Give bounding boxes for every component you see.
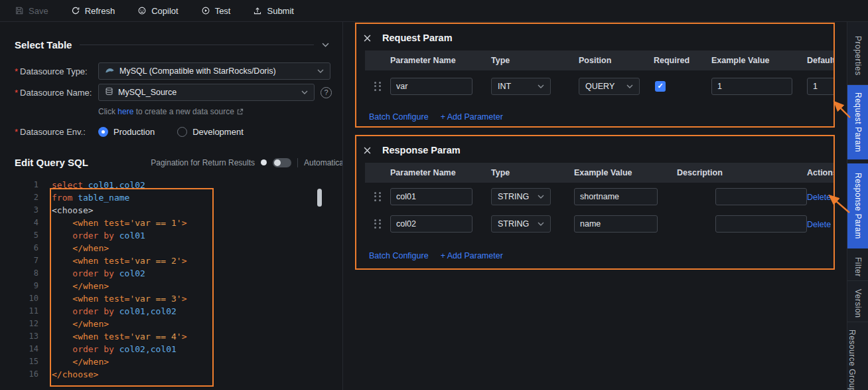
tab-properties[interactable]: Properties [847, 27, 868, 85]
sql-editor[interactable]: 1select col01,col022from table_name3<cho… [0, 179, 342, 381]
create-datasource-helper: Click here to create a new data source [98, 107, 342, 116]
add-parameter-link[interactable]: + Add Parameter [441, 112, 503, 122]
response-table-header: Parameter Name Type Example Value Descri… [365, 163, 833, 183]
response-param-table: Parameter Name Type Example Value Descri… [365, 163, 833, 237]
datasource-env-label: *Datasource Env.: [15, 127, 98, 137]
tab-request-param[interactable]: Request Param [847, 85, 868, 159]
required-marker: * [15, 127, 18, 137]
col-required: Required [654, 56, 711, 65]
code-line: 3<choose> [0, 204, 342, 217]
param-type-select[interactable]: STRING [491, 215, 551, 233]
col-example-value: Example Value [711, 56, 807, 65]
param-position-select[interactable]: QUERY [579, 78, 640, 95]
tab-resource-group[interactable]: Resource Group [847, 326, 868, 390]
submit-button[interactable]: Submit [253, 6, 293, 16]
chevron-down-icon [538, 222, 544, 226]
required-checkbox[interactable] [655, 81, 666, 92]
radio-development[interactable]: Development [177, 127, 244, 137]
default-value-input[interactable] [807, 78, 833, 95]
code-line: 16</choose> [0, 368, 342, 381]
response-param-row: STRING Delete [365, 210, 833, 237]
delete-link[interactable]: Delete [807, 193, 831, 202]
datasource-name-value: MySQL_Source [118, 88, 177, 97]
tab-version[interactable]: Version [847, 285, 868, 322]
save-button[interactable]: Save [15, 6, 48, 16]
batch-configure-link[interactable]: Batch Configure [369, 112, 429, 122]
right-tab-bar: Properties Request Param Response Param … [847, 22, 868, 390]
radio-development-label: Development [192, 127, 244, 137]
param-type-select[interactable]: INT [491, 78, 551, 95]
chevron-down-icon[interactable] [322, 43, 329, 47]
copilot-button[interactable]: Copilot [137, 6, 178, 16]
pagination-toggle[interactable] [273, 158, 291, 167]
select-table-header[interactable]: Select Table [15, 39, 329, 50]
datasource-type-label: *Datasource Type: [15, 66, 98, 76]
datasource-type-select[interactable]: MySQL (Compatible with StarRocks/Doris) [98, 62, 330, 80]
radio-production[interactable]: Production [98, 127, 155, 137]
request-param-row: INT QUERY [365, 70, 833, 102]
code-line: 10 <when test='var == 3'> [0, 292, 342, 305]
refresh-label: Refresh [85, 6, 115, 16]
test-icon [201, 6, 210, 15]
code-line: 5 order by col01 [0, 229, 342, 242]
code-line: 4 <when test='var == 1'> [0, 217, 342, 229]
example-value-input[interactable] [574, 188, 658, 205]
datasource-type-value: MySQL (Compatible with StarRocks/Doris) [119, 66, 276, 76]
help-icon[interactable]: ? [321, 87, 332, 98]
editor-scrollbar[interactable] [317, 189, 322, 207]
col-type: Type [491, 56, 579, 65]
chevron-down-icon [317, 69, 324, 73]
param-type-select[interactable]: STRING [491, 188, 551, 205]
add-parameter-link[interactable]: + Add Parameter [441, 251, 503, 260]
automatically-label: Automatically [304, 158, 342, 167]
delete-link[interactable]: Delete [807, 220, 831, 229]
col-parameter-name: Parameter Name [390, 168, 491, 177]
required-marker: * [15, 66, 18, 76]
request-param-actions: Batch Configure + Add Parameter [369, 112, 833, 122]
example-value-input[interactable] [711, 78, 792, 95]
pagination-indicator-dot [261, 159, 267, 165]
radio-unselected-icon [177, 127, 187, 137]
divider [297, 158, 298, 167]
param-name-input[interactable] [390, 215, 472, 233]
refresh-icon [71, 6, 80, 15]
right-panel: Request Param Parameter Name Type Positi… [343, 22, 847, 390]
col-type: Type [491, 168, 574, 177]
request-param-title: Request Param [382, 33, 453, 43]
col-example-value: Example Value [574, 168, 677, 177]
response-param-title: Response Param [382, 145, 461, 155]
tab-filter[interactable]: Filter [847, 253, 868, 281]
request-param-table: Parameter Name Type Position Required Ex… [365, 50, 833, 102]
description-input[interactable] [715, 215, 807, 233]
batch-configure-link[interactable]: Batch Configure [369, 251, 429, 260]
param-name-input[interactable] [390, 78, 472, 95]
code-line: 12 </when> [0, 318, 342, 330]
description-input[interactable] [715, 188, 807, 205]
drag-handle-icon[interactable] [374, 82, 381, 91]
datasource-name-row: *Datasource Name: MySQL_Source ? [15, 84, 342, 101]
create-datasource-link[interactable]: here [117, 107, 133, 116]
pagination-controls: Pagination for Return Results Automatica… [151, 158, 342, 167]
close-icon[interactable] [364, 35, 371, 42]
param-name-input[interactable] [390, 188, 472, 205]
response-param-header: Response Param [356, 136, 833, 163]
toolbar: Save Refresh Copilot Test Submit [0, 0, 868, 22]
refresh-button[interactable]: Refresh [71, 6, 115, 16]
drag-handle-icon[interactable] [374, 219, 381, 229]
request-param-header: Request Param [356, 24, 833, 50]
request-param-section: Request Param Parameter Name Type Positi… [355, 23, 835, 128]
col-position: Position [579, 56, 654, 65]
database-icon [105, 87, 113, 98]
test-button[interactable]: Test [201, 6, 231, 16]
code-line: 6 </when> [0, 242, 342, 254]
close-icon[interactable] [364, 147, 371, 154]
example-value-input[interactable] [574, 215, 658, 233]
copilot-icon [137, 6, 147, 15]
datasource-name-select[interactable]: MySQL_Source [98, 84, 315, 101]
drag-handle-icon[interactable] [374, 192, 381, 201]
copilot-label: Copilot [151, 6, 178, 16]
col-actions: Actions [807, 168, 833, 177]
required-marker: * [15, 88, 18, 98]
pagination-label: Pagination for Return Results [151, 158, 255, 167]
tab-response-param[interactable]: Response Param [847, 163, 868, 248]
